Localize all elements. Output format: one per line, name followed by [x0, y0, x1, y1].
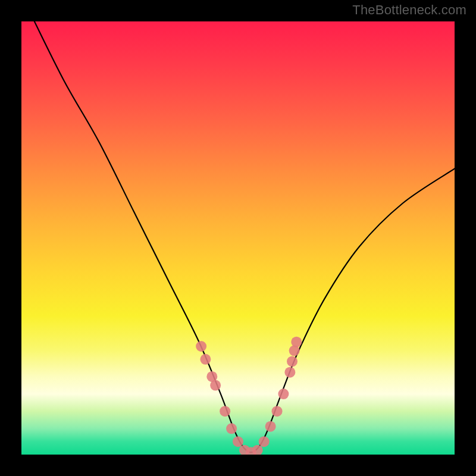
- chart-container: TheBottleneck.com: [0, 0, 476, 476]
- data-marker: [278, 389, 289, 399]
- data-marker: [265, 421, 276, 432]
- data-marker: [200, 354, 211, 365]
- data-marker: [220, 406, 230, 416]
- bottleneck-curve: [35, 21, 455, 452]
- curve-svg: [21, 21, 455, 455]
- data-marker: [196, 341, 206, 352]
- data-marker: [259, 436, 270, 447]
- attribution-text: TheBottleneck.com: [352, 2, 466, 18]
- data-marker: [291, 337, 302, 347]
- plot-area: [21, 21, 455, 455]
- data-marker: [233, 436, 243, 447]
- data-marker: [284, 367, 295, 378]
- markers-group: [196, 337, 302, 455]
- data-marker: [287, 356, 298, 367]
- data-marker: [210, 380, 221, 391]
- data-marker: [252, 445, 263, 455]
- data-marker: [272, 406, 283, 416]
- data-marker: [226, 423, 237, 434]
